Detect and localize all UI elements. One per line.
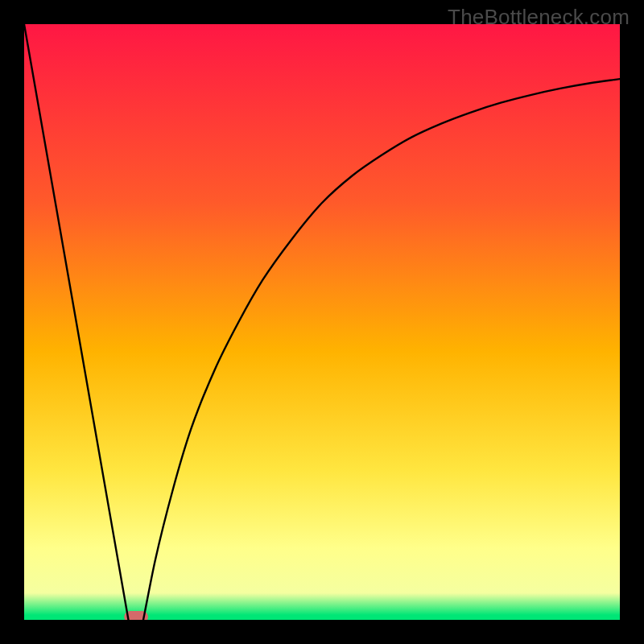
watermark-text: TheBottleneck.com bbox=[448, 5, 630, 30]
chart-frame: TheBottleneck.com bbox=[0, 0, 644, 644]
bottleneck-chart bbox=[0, 0, 644, 644]
